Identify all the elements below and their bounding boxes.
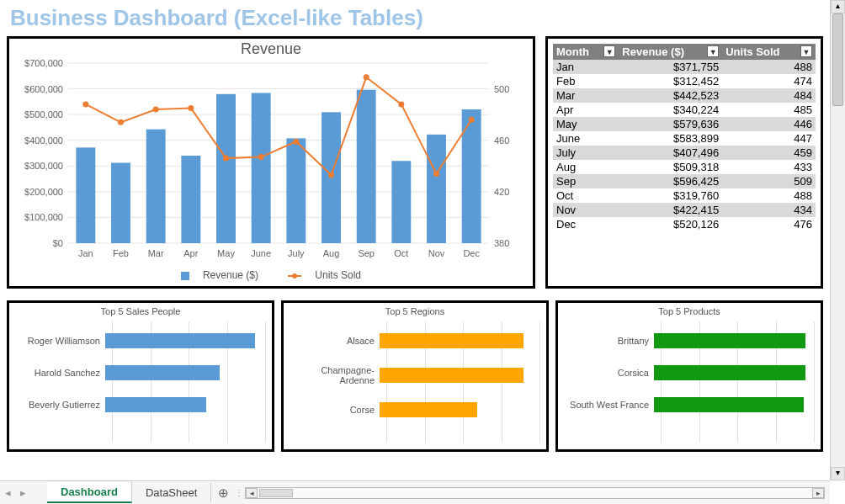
svg-point-30 <box>433 171 439 177</box>
mini-chart-2: Top 5 RegionsAlsaceChampagne-ArdenneCors… <box>281 300 549 452</box>
tab-nav-next[interactable]: ▸ <box>15 486 30 499</box>
table-row: Aug$509,318433 <box>553 160 816 174</box>
svg-text:Feb: Feb <box>113 248 129 258</box>
scroll-down-button[interactable]: ▾ <box>831 467 845 480</box>
hbar <box>654 333 805 348</box>
svg-text:Nov: Nov <box>428 248 445 258</box>
table-header-1[interactable]: Revenue ($)▼ <box>619 44 722 60</box>
tab-nav-prev[interactable]: ◂ <box>0 486 15 499</box>
units-line <box>86 77 471 175</box>
svg-text:Aug: Aug <box>323 248 340 258</box>
horizontal-scrollbar[interactable]: ◂ ▸ <box>245 487 825 499</box>
table-row: Jan$371,755488 <box>553 60 816 74</box>
hbar <box>654 365 805 380</box>
mini-chart-title: Top 5 Products <box>561 306 817 316</box>
bar-Mar <box>146 130 166 243</box>
table-row: Mar$442,523484 <box>553 88 816 103</box>
bar-Feb <box>111 162 130 243</box>
svg-text:June: June <box>251 248 271 258</box>
hbar-row: Corsica <box>561 365 817 380</box>
svg-point-31 <box>469 117 475 123</box>
filter-dropdown-icon[interactable]: ▼ <box>707 45 719 57</box>
mini-chart-title: Top 5 Sales People <box>13 306 268 316</box>
hbar-row: Alsace <box>287 333 543 348</box>
tab-dashboard[interactable]: Dashboard <box>47 482 132 503</box>
hbar <box>380 402 477 417</box>
table-row: Apr$340,224485 <box>553 103 816 117</box>
svg-text:380: 380 <box>494 238 509 248</box>
hbar-row: Beverly Gutierrez <box>13 397 268 412</box>
tab-datasheet[interactable]: DataSheet <box>132 483 211 502</box>
table-row: Nov$422,415434 <box>553 203 816 217</box>
svg-point-29 <box>398 101 404 107</box>
svg-text:Sep: Sep <box>358 248 375 258</box>
hbar-row: Harold Sanchez <box>13 365 268 380</box>
revenue-chart: $0$100,000$200,000$300,000$400,000$500,0… <box>9 58 523 268</box>
svg-point-27 <box>328 172 334 178</box>
table-row: Oct$319,760488 <box>553 188 816 203</box>
svg-text:Oct: Oct <box>394 248 408 258</box>
svg-text:$0: $0 <box>53 238 63 248</box>
svg-point-24 <box>223 156 229 162</box>
table-header-2[interactable]: Units Sold▼ <box>722 44 816 60</box>
data-table: Month▼Revenue ($)▼Units Sold▼ Jan$371,75… <box>553 44 816 231</box>
svg-point-22 <box>153 107 159 113</box>
hscroll-left[interactable]: ◂ <box>246 488 258 498</box>
svg-text:$600,000: $600,000 <box>24 84 63 94</box>
hscroll-thumb[interactable] <box>259 489 293 497</box>
svg-text:$500,000: $500,000 <box>24 109 63 119</box>
hbar <box>105 333 255 348</box>
bar-Oct <box>391 161 411 243</box>
vertical-scrollbar[interactable]: ▴ ▾ <box>830 0 845 480</box>
table-header-0[interactable]: Month▼ <box>553 44 619 60</box>
svg-text:460: 460 <box>494 135 509 146</box>
svg-text:$300,000: $300,000 <box>24 161 63 171</box>
sheet-tab-bar: ◂ ▸ Dashboard DataSheet ⊕ ⋮ ◂ ▸ <box>0 480 830 504</box>
svg-text:Jan: Jan <box>78 248 93 258</box>
svg-text:420: 420 <box>494 187 509 197</box>
svg-text:Dec: Dec <box>463 248 480 258</box>
hbar <box>654 397 804 412</box>
hbar-row: Corse <box>287 402 543 417</box>
hbar-row: South West France <box>561 397 817 412</box>
revenue-chart-title: Revenue <box>9 40 533 58</box>
svg-text:Mar: Mar <box>148 248 164 258</box>
hbar <box>105 365 220 380</box>
svg-point-28 <box>364 74 369 80</box>
filter-dropdown-icon[interactable]: ▼ <box>603 45 615 57</box>
bar-July <box>286 138 306 243</box>
hbar <box>380 368 523 383</box>
table-row: Sep$596,425509 <box>553 174 816 188</box>
table-row: June$583,899447 <box>553 131 816 146</box>
svg-text:$400,000: $400,000 <box>24 135 63 146</box>
svg-text:$200,000: $200,000 <box>24 187 63 197</box>
bar-Sep <box>357 90 376 243</box>
revenue-legend: Revenue ($) Units Sold <box>9 269 533 281</box>
svg-point-25 <box>258 154 264 160</box>
table-row: July$407,496459 <box>553 146 816 160</box>
bar-Jan <box>76 147 95 243</box>
svg-text:July: July <box>288 248 305 258</box>
scroll-up-button[interactable]: ▴ <box>831 0 845 13</box>
bar-June <box>252 93 271 243</box>
bar-May <box>216 94 236 243</box>
bar-Apr <box>181 156 200 243</box>
mini-chart-1: Top 5 Sales PeopleRoger WilliamsonHarold… <box>7 300 274 452</box>
vscroll-thumb[interactable] <box>832 13 843 106</box>
hbar <box>380 333 523 348</box>
filter-dropdown-icon[interactable]: ▼ <box>800 45 812 57</box>
data-table-panel: Month▼Revenue ($)▼Units Sold▼ Jan$371,75… <box>545 36 823 289</box>
svg-text:May: May <box>217 248 235 258</box>
hbar-row: Roger Williamson <box>13 333 268 348</box>
svg-point-21 <box>118 119 124 125</box>
svg-point-23 <box>188 105 194 111</box>
mini-chart-3: Top 5 ProductsBrittanyCorsicaSouth West … <box>555 300 823 452</box>
svg-text:$700,000: $700,000 <box>24 58 63 68</box>
add-sheet-button[interactable]: ⊕ <box>211 485 235 501</box>
table-row: May$579,636446 <box>553 117 816 131</box>
table-row: Feb$312,452474 <box>553 74 816 88</box>
svg-point-26 <box>293 139 299 145</box>
page-title: Business Dashboard (Excel-like Tables) <box>10 5 823 31</box>
hscroll-right[interactable]: ▸ <box>812 488 824 498</box>
mini-chart-title: Top 5 Regions <box>287 306 543 316</box>
